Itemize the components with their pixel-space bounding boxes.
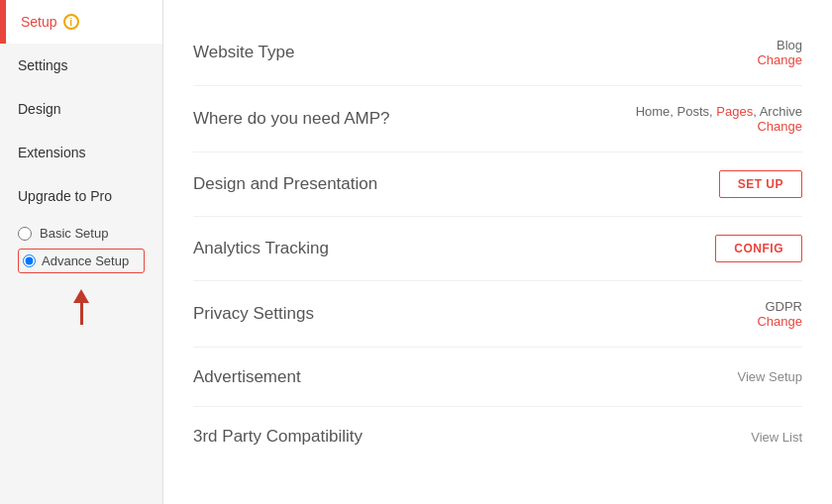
row-analytics-tracking: Analytics Tracking CONFIG [193, 217, 802, 281]
third-party-value: View List [751, 430, 802, 445]
design-presentation-label: Design and Presentation [193, 174, 377, 194]
privacy-settings-value: GDPR Change [757, 299, 802, 329]
row-advertisement: Advertisement View Setup [193, 348, 802, 407]
sidebar-label-upgrade: Upgrade to Pro [18, 188, 112, 204]
where-amp-label: Where do you need AMP? [193, 109, 389, 129]
basic-setup-option[interactable]: Basic Setup [18, 226, 145, 241]
config-button[interactable]: CONFIG [715, 235, 802, 262]
where-amp-change[interactable]: Change [636, 119, 802, 134]
sidebar-label-setup: Setup [21, 14, 57, 30]
analytics-tracking-value: CONFIG [715, 235, 802, 262]
arrow-indicator [0, 285, 162, 325]
privacy-settings-change[interactable]: Change [757, 314, 802, 329]
sidebar-item-upgrade[interactable]: Upgrade to Pro [0, 174, 162, 218]
row-where-amp: Where do you need AMP? Home, Posts, Page… [193, 86, 802, 152]
sidebar-label-extensions: Extensions [18, 145, 85, 160]
sidebar: Setup i Settings Design Extensions Upgra… [0, 0, 163, 504]
view-setup-link[interactable]: View Setup [737, 369, 802, 384]
setup-options: Basic Setup Advance Setup [0, 218, 162, 285]
advertisement-value: View Setup [737, 369, 802, 384]
advance-setup-radio[interactable] [23, 254, 36, 267]
sidebar-item-design[interactable]: Design [0, 87, 162, 131]
website-type-change[interactable]: Change [757, 52, 802, 67]
sidebar-item-extensions[interactable]: Extensions [0, 131, 162, 174]
advance-setup-box[interactable]: Advance Setup [18, 249, 145, 273]
row-privacy-settings: Privacy Settings GDPR Change [193, 281, 802, 348]
website-type-value: Blog Change [757, 38, 802, 67]
sidebar-item-settings[interactable]: Settings [0, 44, 162, 87]
row-design-presentation: Design and Presentation SET UP [193, 152, 802, 217]
basic-setup-radio[interactable] [18, 227, 32, 241]
set-up-button[interactable]: SET UP [719, 170, 802, 198]
where-amp-text: Home, Posts, Pages, Archive [636, 104, 802, 119]
advertisement-label: Advertisement [193, 367, 301, 387]
basic-setup-label: Basic Setup [40, 226, 108, 241]
analytics-tracking-label: Analytics Tracking [193, 239, 329, 258]
privacy-settings-text: GDPR [757, 299, 802, 314]
sidebar-item-setup[interactable]: Setup i [0, 0, 162, 44]
info-icon: i [63, 14, 79, 30]
sidebar-label-design: Design [18, 101, 61, 117]
website-type-label: Website Type [193, 43, 294, 62]
website-type-text: Blog [757, 38, 802, 52]
design-presentation-value: SET UP [719, 170, 802, 198]
arrow-up-icon [73, 289, 89, 303]
row-website-type: Website Type Blog Change [193, 20, 802, 86]
row-third-party: 3rd Party Compatibility View List [193, 407, 802, 466]
arrow-shaft [80, 303, 83, 325]
view-list-link[interactable]: View List [751, 430, 802, 445]
advance-setup-label: Advance Setup [42, 253, 129, 268]
third-party-label: 3rd Party Compatibility [193, 427, 363, 447]
privacy-settings-label: Privacy Settings [193, 304, 314, 324]
sidebar-label-settings: Settings [18, 57, 68, 73]
main-content: Website Type Blog Change Where do you ne… [163, 0, 832, 504]
where-amp-value: Home, Posts, Pages, Archive Change [636, 104, 802, 134]
